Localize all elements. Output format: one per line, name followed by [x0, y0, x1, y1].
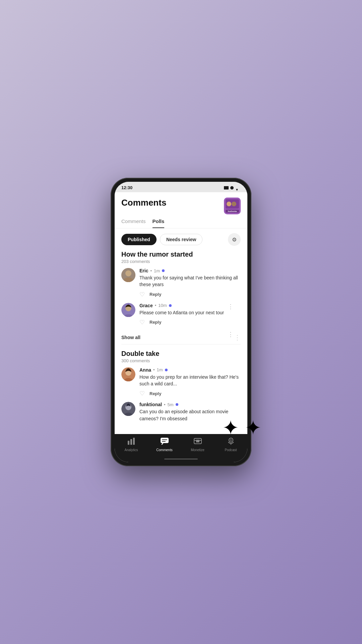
indicator-bar	[164, 459, 198, 460]
svg-rect-20	[133, 438, 135, 445]
username-grace: Grace	[139, 303, 153, 308]
nav-monetize-label: Monetize	[191, 448, 204, 452]
channel-thumbnail[interactable]: YouDistribe	[224, 198, 241, 214]
main-content: Comments YouDistribe	[115, 192, 247, 434]
svg-point-2	[227, 202, 231, 206]
avatar-funktional	[121, 402, 135, 416]
username-anna: Anna	[139, 367, 151, 373]
section-1-count: 203 comments	[121, 259, 241, 264]
comments-icon	[160, 437, 169, 447]
comment-item-grace: Grace • 10m Please come to Atlanta on yo…	[121, 303, 241, 326]
home-indicator	[115, 457, 247, 462]
heart-icon-eric: ♡	[139, 291, 145, 298]
comment-actions-eric: ♡ Reply	[139, 291, 241, 298]
time-sep-grace: •	[155, 303, 157, 308]
reply-label-anna: Reply	[149, 391, 161, 396]
comment-meta-anna: Anna • 1m	[139, 367, 241, 373]
like-button-eric[interactable]: ♡	[139, 291, 145, 298]
time-anna-val: 1m	[157, 367, 163, 372]
comment-actions-anna: ♡ Reply	[139, 390, 241, 397]
unread-dot-eric	[162, 269, 165, 272]
svg-rect-25	[196, 440, 199, 442]
time-grace-val: 10m	[158, 303, 167, 308]
comment-row-3: Anna • 1m How do you prep for an intervi…	[121, 367, 241, 397]
section-2-title: Double take	[121, 350, 241, 358]
sliders-icon: ⚙	[232, 236, 237, 243]
username-eric: Eric	[139, 268, 148, 273]
funktional-avatar-img	[121, 402, 135, 416]
time-sep-funktional: •	[164, 402, 166, 407]
monetize-icon	[194, 437, 202, 447]
comment-row-2: Grace • 10m Please come to Atlanta on yo…	[121, 303, 241, 326]
more-menu-section1[interactable]: ⋮	[234, 333, 241, 341]
svg-point-7	[125, 270, 131, 276]
avatar-grace	[121, 303, 135, 317]
filter-published[interactable]: Published	[121, 234, 157, 245]
comment-text-anna: How do you prep for an interview like th…	[139, 374, 241, 387]
phone-frame: ✦ ✦ 12:30 Comments	[111, 178, 251, 466]
anna-avatar-img	[121, 367, 135, 381]
reply-button-anna[interactable]: Reply	[149, 391, 161, 396]
svg-point-29	[230, 439, 232, 441]
grace-avatar-img	[121, 303, 135, 317]
comment-item-anna: Anna • 1m How do you prep for an intervi…	[121, 367, 241, 397]
tab-comments[interactable]: Comments	[121, 218, 146, 228]
comment-meta-grace: Grace • 10m	[139, 303, 241, 308]
status-icons	[224, 186, 241, 190]
svg-point-3	[232, 202, 236, 206]
reply-button-grace[interactable]: Reply	[149, 320, 161, 325]
header: Comments YouDistribe	[115, 192, 247, 214]
comment-body-funktional: funktional • 5m Can you do an episode ab…	[139, 402, 241, 425]
comment-text-eric: Thank you for saying what I've been thin…	[139, 274, 241, 288]
username-funktional: funktional	[139, 402, 162, 407]
heart-icon-grace: ♡	[139, 319, 145, 326]
section-divider	[121, 344, 241, 344]
nav-podcast-label: Podcast	[225, 448, 237, 452]
reply-label-grace: Reply	[149, 320, 161, 325]
comment-body-anna: Anna • 1m How do you prep for an intervi…	[139, 367, 241, 397]
heart-icon-anna: ♡	[139, 390, 145, 397]
comment-body-eric: Eric • 1m Thank you for saying what I've…	[139, 268, 241, 298]
show-all-button[interactable]: Show all	[121, 335, 140, 340]
section-1: How the rumor started 203 comments	[115, 251, 247, 333]
nav-podcast[interactable]: Podcast	[214, 437, 247, 452]
battery-icon	[224, 186, 229, 190]
tab-polls[interactable]: Polls	[153, 218, 165, 228]
reply-label-eric: Reply	[149, 292, 161, 297]
comment-row-4: funktional • 5m Can you do an episode ab…	[121, 402, 241, 425]
avatar-eric	[121, 268, 135, 282]
analytics-icon	[127, 437, 135, 447]
filter-settings-button[interactable]: ⚙	[228, 233, 241, 246]
page-title: Comments	[121, 198, 166, 208]
comment-meta-funktional: funktional • 5m	[139, 402, 241, 407]
filter-needs-review[interactable]: Needs review	[160, 234, 203, 245]
comment-item-eric: Eric • 1m Thank you for saying what I've…	[121, 268, 241, 298]
unread-dot-funktional	[176, 403, 178, 406]
comment-item-funktional: funktional • 5m Can you do an episode ab…	[121, 402, 241, 425]
nav-comments[interactable]: Comments	[148, 437, 181, 452]
filter-row: Published Needs review ⚙	[115, 228, 247, 251]
comment-text-funktional: Can you do an episode about action movie…	[139, 408, 241, 422]
thumbnail-image: YouDistribe	[224, 198, 241, 214]
comment-row-1: Eric • 1m Thank you for saying what I've…	[121, 268, 241, 298]
unread-dot-anna	[165, 369, 168, 371]
signal-icon	[235, 186, 241, 190]
wifi-icon	[230, 186, 234, 190]
reply-button-eric[interactable]: Reply	[149, 292, 161, 297]
nav-analytics[interactable]: Analytics	[115, 437, 148, 452]
show-all-row: Show all ⋮	[115, 333, 247, 344]
bottom-spacer	[121, 429, 241, 434]
svg-rect-18	[128, 441, 129, 445]
svg-rect-21	[161, 438, 169, 443]
svg-text:YouDistribe: YouDistribe	[228, 210, 237, 212]
time-eric: •	[150, 268, 152, 273]
nav-monetize[interactable]: Monetize	[181, 437, 214, 452]
like-button-anna[interactable]: ♡	[139, 390, 145, 397]
like-button-grace[interactable]: ♡	[139, 319, 145, 326]
avatar-anna	[121, 367, 135, 381]
comment-meta-eric: Eric • 1m	[139, 268, 241, 273]
comment-text-grace: Please come to Atlanta on your next tour	[139, 309, 241, 316]
status-time: 12:30	[121, 185, 132, 190]
comment-body-grace: Grace • 10m Please come to Atlanta on yo…	[139, 303, 241, 326]
tab-bar: Comments Polls	[115, 214, 247, 228]
